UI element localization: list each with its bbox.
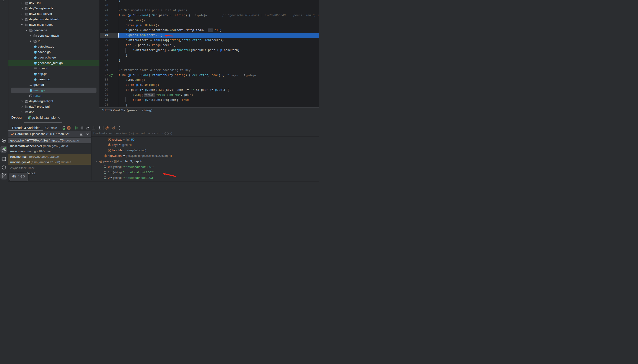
svg-text:p: p (100, 160, 102, 163)
svg-text:f: f (109, 138, 110, 141)
svg-text:f: f (109, 149, 110, 152)
svg-text:f: f (105, 155, 106, 157)
svg-text:f: f (109, 144, 110, 146)
